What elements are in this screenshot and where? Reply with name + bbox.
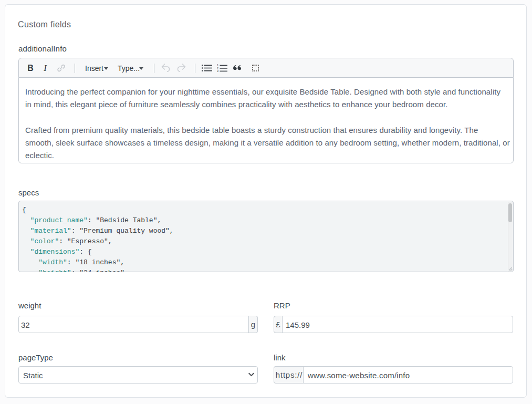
svg-text:3: 3 (217, 69, 218, 72)
